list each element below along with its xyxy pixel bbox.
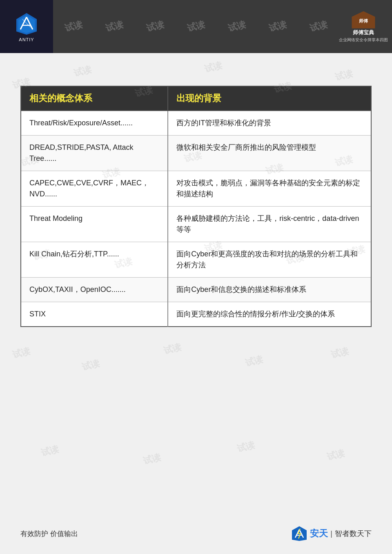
footer-logo: 安天 | 智者数天下: [291, 525, 372, 542]
table-cell-col1: CAPEC,CWE,CVE,CVRF，MAEC，NVD......: [21, 171, 168, 207]
header: ANTIY 试读 试读 试读 试读 试读 试读 试读 师傅 师傅宝典 企业网络安…: [0, 0, 392, 53]
body-wm-24: 试读: [236, 439, 256, 455]
table-cell-col2: 面向更完整的综合性的情报分析/作业/交换的体系: [168, 302, 371, 327]
table-cell-col2: 西方的IT管理和标准化的背景: [168, 111, 371, 136]
footer-logo-name: 安天: [310, 527, 328, 540]
table-cell-col1: Kill Chain,钻石分析,TTP......: [21, 242, 168, 278]
table-row: Threat Modeling各种威胁建模的方法论，工具，risk-centri…: [21, 207, 371, 242]
header-wm-6: 试读: [267, 18, 288, 35]
body-wm-18: 试读: [80, 357, 101, 374]
table-row: CybOX,TAXII，OpenIOC.......面向Cyber和信息交换的描…: [21, 278, 371, 302]
table-cell-col2: 面向Cyber和信息交换的描述和标准体系: [168, 278, 371, 302]
right-logo-sub: 企业网络安全令牌掌本四图: [339, 37, 388, 43]
body-wm-17: 试读: [11, 345, 31, 361]
footer-antiy-icon: [291, 525, 307, 542]
right-logo-icon: 师傅: [351, 11, 376, 29]
table-cell-col1: CybOX,TAXII，OpenIOC.......: [21, 278, 168, 302]
table-cell-col2: 对攻击模式，脆弱点，漏洞等各种基础的安全元素的标定和描述结构: [168, 171, 371, 207]
table-cell-col2: 面向Cyber和更高强度的攻击和对抗的场景的分析工具和分析方法: [168, 242, 371, 278]
main-content: 相关的概念体系 出现的背景 Threat/Risk/Exposure/Asset…: [0, 53, 392, 327]
table-cell-col1: Threat/Risk/Exposure/Asset......: [21, 111, 168, 136]
header-wm-5: 试读: [227, 18, 247, 35]
svg-text:师傅: 师傅: [359, 18, 368, 23]
col1-header: 相关的概念体系: [21, 86, 168, 111]
table-row: Threat/Risk/Exposure/Asset......西方的IT管理和…: [21, 111, 371, 136]
table-row: DREAD,STRIDE,PASTA, Attack Tree......微软和…: [21, 136, 371, 171]
col2-header: 出现的背景: [168, 86, 371, 111]
antiy-logo-icon: [14, 11, 39, 36]
table-cell-col1: STIX: [21, 302, 168, 327]
body-wm-21: 试读: [330, 345, 350, 361]
table-row: CAPEC,CWE,CVE,CVRF，MAEC，NVD......对攻击模式，脆…: [21, 171, 371, 207]
header-wm-2: 试读: [104, 18, 125, 35]
footer-left-text: 有效防护 价值输出: [20, 529, 78, 538]
body-wm-19: 试读: [162, 341, 183, 357]
header-right-logo: 师傅 师傅宝典 企业网络安全令牌掌本四图: [339, 10, 388, 43]
body-wm-22: 试读: [40, 443, 60, 459]
table-cell-col1: Threat Modeling: [21, 207, 168, 242]
table-header-row: 相关的概念体系 出现的背景: [21, 86, 371, 111]
table-cell-col1: DREAD,STRIDE,PASTA, Attack Tree......: [21, 136, 168, 171]
header-wm-7: 试读: [308, 18, 329, 35]
header-watermarks: 试读 试读 试读 试读 试读 试读 试读: [53, 0, 339, 53]
logo-area: ANTIY: [0, 0, 53, 53]
body-wm-20: 试读: [244, 353, 264, 369]
footer: 有效防护 价值输出 安天 | 智者数天下: [0, 525, 392, 542]
footer-slogan: 智者数天下: [335, 529, 372, 538]
table-cell-col2: 微软和相关安全厂商所推出的风险管理模型: [168, 136, 371, 171]
table-row: Kill Chain,钻石分析,TTP......面向Cyber和更高强度的攻击…: [21, 242, 371, 278]
header-wm-3: 试读: [145, 18, 165, 35]
main-table: 相关的概念体系 出现的背景 Threat/Risk/Exposure/Asset…: [20, 86, 372, 327]
table-cell-col2: 各种威胁建模的方法论，工具，risk-centric，data-driven等等: [168, 207, 371, 242]
header-wm-1: 试读: [63, 18, 84, 35]
logo-text: ANTIY: [19, 37, 34, 42]
footer-right: 安天 | 智者数天下: [291, 525, 372, 542]
header-wm-4: 试读: [186, 18, 206, 35]
body-wm-25: 试读: [325, 447, 346, 463]
right-logo-text: 师傅宝典: [353, 29, 374, 36]
table-row: STIX面向更完整的综合性的情报分析/作业/交换的体系: [21, 302, 371, 327]
footer-pipe: |: [330, 530, 332, 538]
body-wm-23: 试读: [142, 451, 162, 467]
